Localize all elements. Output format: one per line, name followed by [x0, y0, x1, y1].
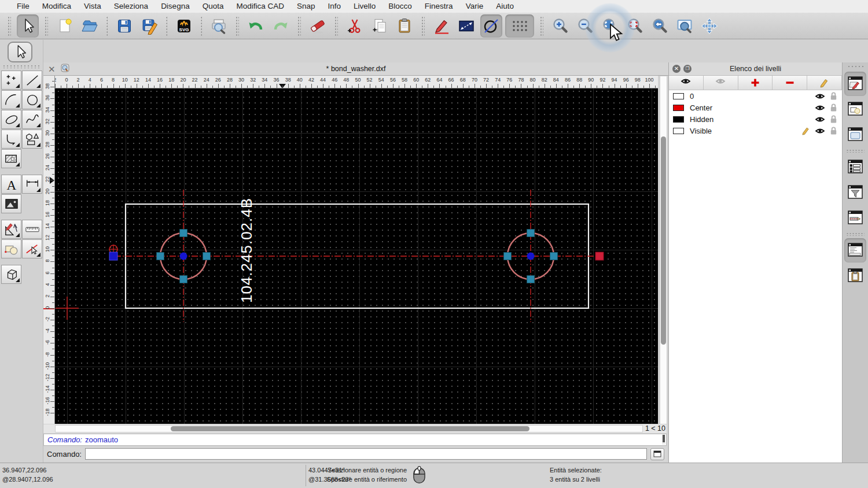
horizontal-scroll-thumb[interactable] — [171, 426, 529, 431]
view-3d-tool[interactable] — [1, 265, 21, 284]
layer-lock-icon[interactable] — [829, 91, 838, 101]
layer-visibility-icon[interactable] — [815, 104, 825, 112]
center-grip-right[interactable] — [527, 253, 535, 260]
show-all-layers-button[interactable] — [669, 76, 704, 90]
zoom-window-button[interactable] — [674, 14, 696, 38]
delete-eraser-button[interactable] — [307, 14, 329, 38]
hide-other-layers-button[interactable] — [704, 76, 738, 90]
pen-dock-button[interactable] — [844, 206, 866, 230]
menu-varie[interactable]: Varie — [459, 0, 490, 13]
modify-layer-button[interactable] — [807, 76, 842, 90]
zoom-previous-button[interactable] — [649, 14, 671, 38]
layer-row-hidden[interactable]: Hidden — [669, 113, 842, 125]
undo-button[interactable] — [245, 14, 267, 38]
layer-row-0[interactable]: 0 — [669, 90, 842, 102]
menu-livello[interactable]: Livello — [347, 0, 382, 13]
insert-image-tool[interactable] — [1, 194, 21, 213]
menu-info[interactable]: Info — [322, 0, 348, 13]
zoom-in-button[interactable] — [549, 14, 571, 38]
select-arrow-button[interactable] — [17, 14, 39, 38]
add-layer-button[interactable] — [738, 76, 773, 90]
command-dock-button[interactable] — [844, 238, 866, 263]
draw-hatch-tool[interactable] — [1, 149, 21, 168]
layer-lock-icon[interactable] — [829, 103, 838, 112]
panel-close-icon[interactable]: ✕ — [672, 65, 681, 73]
zoom-auto-button[interactable] — [599, 14, 621, 38]
filter-dock-button[interactable] — [844, 180, 866, 205]
draw-line-tool[interactable] — [22, 71, 42, 90]
cut-button[interactable] — [344, 14, 366, 38]
toolbar-handle[interactable] — [421, 16, 425, 36]
block-list-dock-button[interactable] — [844, 97, 866, 121]
redo-button[interactable] — [270, 14, 292, 38]
draw-text-tool[interactable]: A — [1, 175, 21, 194]
save-as-button[interactable] — [138, 14, 160, 38]
open-folder-button[interactable] — [79, 14, 101, 38]
menu-finestra[interactable]: Finestra — [418, 0, 459, 13]
command-history-scroll-thumb[interactable] — [663, 435, 665, 442]
endpoint-grip-left[interactable] — [109, 252, 117, 260]
command-input[interactable] — [85, 448, 647, 460]
draw-polyline-tool[interactable] — [1, 130, 21, 149]
dimension-tool[interactable] — [22, 175, 42, 194]
menu-blocco[interactable]: Blocco — [382, 0, 418, 13]
toolbar-handle[interactable] — [236, 16, 239, 36]
layer-lock-icon[interactable] — [829, 114, 838, 124]
menu-snap[interactable]: Snap — [290, 0, 322, 13]
part-number-label[interactable]: 104.245.02.4B — [238, 198, 255, 303]
menu-modifica[interactable]: Modifica — [36, 0, 78, 13]
toolbar-handle[interactable] — [334, 16, 338, 36]
menu-modifica-cad[interactable]: Modifica CAD — [230, 0, 290, 13]
layer-visibility-icon[interactable] — [815, 127, 825, 135]
divide-circle-button[interactable] — [480, 14, 502, 38]
menu-seleziona[interactable]: Seleziona — [108, 0, 155, 13]
vertical-scroll-thumb[interactable] — [661, 136, 666, 345]
layer-lock-icon[interactable] — [829, 126, 838, 135]
menu-quota[interactable]: Quota — [196, 0, 230, 13]
toolbar-handle[interactable] — [297, 16, 301, 36]
remove-layer-button[interactable] — [773, 76, 807, 90]
library-dock-button[interactable] — [844, 123, 866, 147]
clipboard-dock-button[interactable] — [844, 264, 866, 288]
command-history-scrollbar[interactable] — [662, 435, 665, 445]
command-dock-button[interactable] — [650, 448, 664, 460]
save-button[interactable] — [113, 14, 135, 38]
copy-button[interactable] — [369, 14, 391, 38]
draw-arc-tool[interactable] — [1, 90, 21, 109]
edit-entity-tool[interactable] — [1, 239, 21, 258]
zoom-pan-button[interactable] — [698, 14, 720, 38]
toolbar-handle[interactable] — [540, 16, 543, 36]
select-entity-tool[interactable] — [22, 239, 42, 258]
center-grip-left[interactable] — [180, 253, 187, 260]
entity-list-dock-button[interactable] — [844, 155, 866, 179]
layer-visibility-icon[interactable] — [815, 93, 825, 100]
menu-vista[interactable]: Vista — [78, 0, 108, 13]
select-tool-button[interactable] — [8, 42, 32, 62]
paste-button[interactable] — [393, 14, 415, 38]
grid-dots-button[interactable] — [505, 14, 534, 38]
drawing-canvas[interactable]: 104.245.02.4B — [55, 88, 658, 424]
zoom-out-button[interactable] — [574, 14, 596, 38]
measure-tool[interactable] — [22, 220, 42, 239]
draw-shapes-tool[interactable] — [22, 130, 42, 149]
layer-row-visible[interactable]: Visible — [669, 125, 842, 136]
layer-visibility-icon[interactable] — [815, 116, 825, 123]
menu-aiuto[interactable]: Aiuto — [490, 0, 520, 13]
draw-ellipse-tool[interactable] — [1, 110, 21, 129]
draw-circle-tool[interactable] — [22, 90, 42, 109]
edit-pencil-button[interactable] — [431, 14, 453, 38]
draw-spline-tool[interactable] — [22, 110, 42, 129]
draw-point-tool[interactable] — [1, 71, 21, 90]
modify-tools-tool[interactable] — [1, 220, 21, 239]
toolbar-handle[interactable] — [8, 16, 11, 36]
toolbar-handle[interactable] — [45, 16, 48, 36]
svg-export-button[interactable]: SVG — [173, 14, 195, 38]
layer-list-dock-button[interactable] — [844, 72, 866, 96]
palette-handle[interactable] — [2, 65, 41, 68]
dock-handle[interactable] — [847, 65, 863, 68]
vertical-scrollbar[interactable] — [660, 76, 667, 424]
layer-row-center[interactable]: Center — [669, 102, 842, 113]
dimension-rect-button[interactable] — [455, 14, 477, 38]
menu-file[interactable]: File — [10, 0, 36, 13]
print-preview-button[interactable] — [208, 14, 230, 38]
